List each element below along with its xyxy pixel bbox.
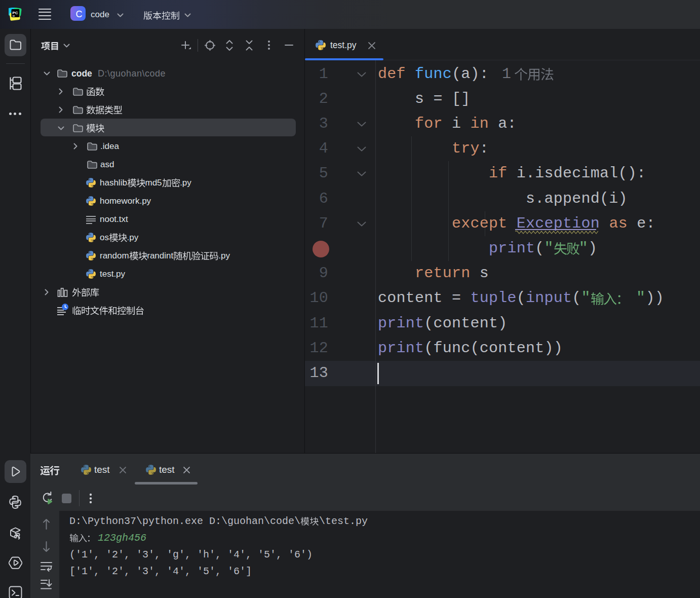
svg-text:PC: PC <box>13 11 18 15</box>
